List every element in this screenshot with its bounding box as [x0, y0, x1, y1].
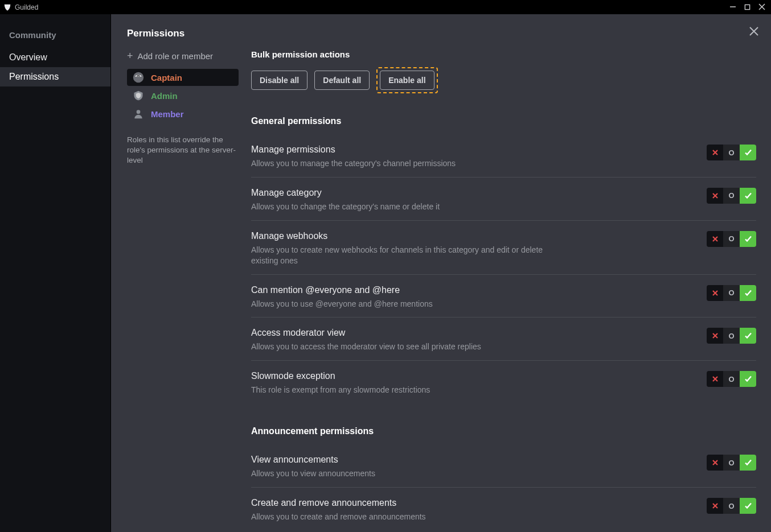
default-icon: O: [728, 288, 734, 297]
permission-text: View announcementsAllows you to view ann…: [251, 455, 570, 479]
role-row-member[interactable]: Member: [127, 105, 239, 122]
deny-button[interactable]: [707, 188, 723, 204]
permissions-panel[interactable]: Bulk permission actions Disable all Defa…: [251, 14, 771, 532]
default-icon: O: [728, 149, 734, 157]
deny-button[interactable]: [707, 145, 723, 160]
allow-button[interactable]: [740, 328, 756, 344]
permission-toggle: O: [707, 328, 756, 344]
allow-button[interactable]: [740, 145, 756, 160]
default-icon: O: [728, 191, 734, 200]
role-row-admin[interactable]: Admin: [127, 87, 239, 104]
allow-button[interactable]: [740, 285, 756, 301]
sidebar-section-label: Community: [0, 27, 110, 48]
svg-rect-1: [745, 5, 749, 9]
permission-name: Manage webhooks: [251, 231, 547, 241]
role-name: Captain: [151, 73, 182, 83]
deny-button[interactable]: [707, 371, 723, 387]
default-button[interactable]: O: [723, 328, 740, 344]
default-button[interactable]: O: [723, 285, 740, 301]
add-role-label: Add role or member: [138, 51, 214, 61]
permission-text: Can mention @everyone and @hereAllows yo…: [251, 285, 570, 310]
sidebar-item-permissions[interactable]: Permissions: [0, 67, 110, 86]
permission-row: Manage categoryAllows you to change the …: [251, 178, 756, 221]
plus-icon: +: [127, 51, 133, 61]
deny-button[interactable]: [707, 328, 723, 344]
section-header: Announcement permissions: [251, 426, 756, 436]
allow-button[interactable]: [740, 188, 756, 204]
add-role-button[interactable]: + Add role or member: [127, 51, 251, 61]
left-sidebar: Community Overview Permissions: [0, 14, 111, 532]
permission-toggle: O: [707, 188, 756, 204]
role-name: Member: [151, 109, 184, 119]
permission-row: View announcementsAllows you to view ann…: [251, 444, 756, 488]
window-close-icon[interactable]: [758, 3, 765, 12]
allow-button[interactable]: [740, 371, 756, 387]
role-row-captain[interactable]: Captain: [127, 69, 239, 86]
enable-all-button[interactable]: Enable all: [380, 71, 434, 90]
permission-desc: Allows you to create and remove announce…: [251, 512, 547, 522]
guilded-logo-icon: [3, 3, 11, 11]
deny-button[interactable]: [707, 231, 723, 247]
permission-toggle: O: [707, 231, 756, 247]
permission-text: Manage permissionsAllows you to manage t…: [251, 145, 570, 169]
default-button[interactable]: O: [723, 371, 740, 387]
permission-toggle: O: [707, 285, 756, 301]
default-icon: O: [728, 375, 734, 383]
allow-button[interactable]: [740, 231, 756, 247]
permission-text: Manage webhooksAllows you to create new …: [251, 231, 570, 266]
default-button[interactable]: O: [723, 498, 740, 514]
roles-panel: Permissions + Add role or member Captain…: [111, 14, 251, 532]
permission-name: Manage permissions: [251, 145, 547, 155]
default-button[interactable]: O: [723, 231, 740, 247]
permission-row: Create and remove announcementsAllows yo…: [251, 488, 756, 530]
captain-icon: [133, 72, 144, 83]
default-button[interactable]: O: [723, 455, 740, 471]
default-button[interactable]: O: [723, 188, 740, 204]
permission-text: Manage categoryAllows you to change the …: [251, 188, 570, 212]
highlight-box: Enable all: [376, 67, 437, 93]
permission-text: Access moderator viewAllows you to acces…: [251, 328, 570, 352]
permission-row: Manage permissionsAllows you to manage t…: [251, 134, 756, 178]
permission-text: Create and remove announcementsAllows yo…: [251, 498, 570, 522]
page-title: Permissions: [127, 28, 251, 39]
sidebar-item-label: Overview: [9, 52, 47, 62]
deny-button[interactable]: [707, 498, 723, 514]
permission-name: Slowmode exception: [251, 371, 547, 381]
permission-name: Manage category: [251, 188, 547, 198]
default-icon: O: [728, 502, 734, 510]
deny-button[interactable]: [707, 455, 723, 471]
disable-all-button[interactable]: Disable all: [251, 71, 307, 90]
allow-button[interactable]: [740, 455, 756, 471]
bulk-actions-title: Bulk permission actions: [251, 50, 756, 59]
default-icon: O: [728, 332, 734, 340]
bulk-actions-row: Disable all Default all Enable all: [251, 67, 756, 93]
default-button[interactable]: O: [723, 145, 740, 160]
default-all-button[interactable]: Default all: [314, 71, 370, 90]
permission-name: View announcements: [251, 455, 547, 465]
allow-button[interactable]: [740, 498, 756, 514]
sidebar-item-overview[interactable]: Overview: [0, 48, 110, 67]
titlebar-left: Guilded: [3, 3, 38, 11]
default-icon: O: [728, 459, 734, 467]
role-list: Captain Admin Member: [127, 69, 251, 122]
permission-desc: Allows you to change the category's name…: [251, 201, 547, 212]
permission-desc: Allows you to view announcements: [251, 468, 547, 479]
default-icon: O: [728, 234, 734, 243]
permission-row: Access moderator viewAllows you to acces…: [251, 317, 756, 361]
deny-button[interactable]: [707, 285, 723, 301]
window-controls: [729, 3, 768, 12]
permission-toggle: O: [707, 455, 756, 471]
admin-icon: [133, 90, 144, 101]
window-minimize-icon[interactable]: [729, 3, 736, 12]
permission-text: Slowmode exceptionThis role is exempt fr…: [251, 371, 570, 395]
permission-name: Can mention @everyone and @here: [251, 285, 547, 295]
permission-desc: This role is exempt from any slowmode re…: [251, 385, 547, 395]
role-note: Roles in this list override the role's p…: [127, 135, 251, 166]
permission-desc: Allows you to access the moderator view …: [251, 341, 547, 352]
permission-desc: Allows you to manage the category's chan…: [251, 158, 547, 169]
permission-toggle: O: [707, 145, 756, 160]
window-maximize-icon[interactable]: [744, 3, 751, 12]
permission-name: Access moderator view: [251, 328, 547, 338]
sidebar-item-label: Permissions: [9, 72, 59, 81]
permission-row: Manage webhooksAllows you to create new …: [251, 221, 756, 275]
